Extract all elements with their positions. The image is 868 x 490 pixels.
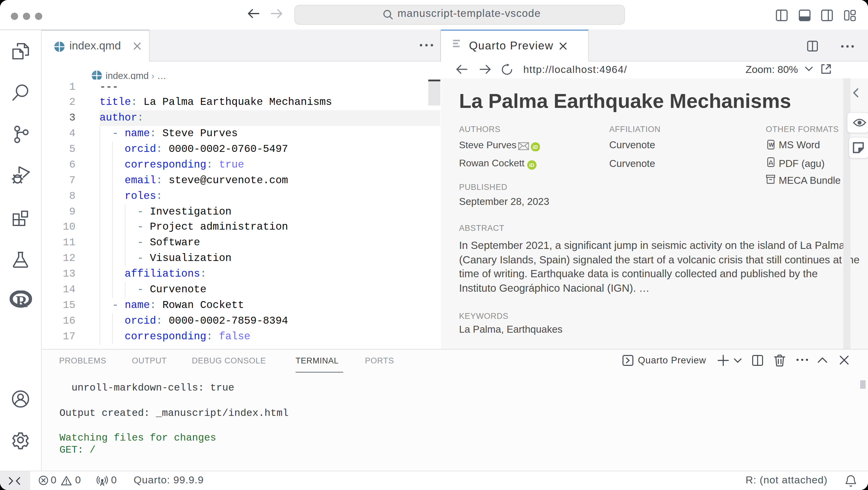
- svg-text:R: R: [16, 293, 27, 310]
- svg-text:iD: iD: [533, 144, 538, 150]
- svg-text:W: W: [769, 142, 774, 148]
- svg-text:iD: iD: [529, 162, 534, 168]
